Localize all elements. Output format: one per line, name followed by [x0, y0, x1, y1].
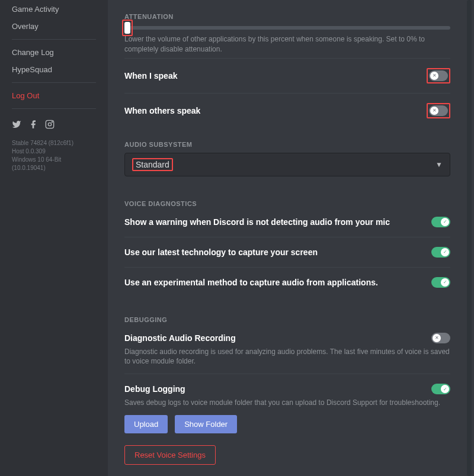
toggle-mic-warning[interactable]: ✓ [431, 217, 450, 227]
instagram-icon[interactable] [45, 120, 55, 131]
when-others-speak-label: When others speak [124, 106, 200, 115]
row-when-others-speak: When others speak ✕ [124, 93, 450, 128]
debug-logging-desc: Saves debug logs to voice module folder … [124, 398, 450, 408]
attenuation-label: ATTENUATION [124, 13, 450, 20]
check-icon: ✓ [441, 218, 449, 226]
audio-subsystem-label: AUDIO SUBSYSTEM [124, 141, 450, 148]
toggle-audio-capture[interactable]: ✓ [431, 277, 450, 288]
sidebar-item-logout[interactable]: Log Out [6, 88, 102, 104]
audio-subsystem-select[interactable]: Standard ▼ [124, 153, 450, 176]
toggle-screen-capture[interactable]: ✓ [431, 247, 450, 258]
facebook-icon[interactable] [28, 120, 38, 131]
toggle-debug-logging[interactable]: ✓ [431, 384, 450, 394]
svg-point-2 [52, 121, 52, 122]
row-when-i-speak: When I speak ✕ [124, 58, 450, 93]
screen-capture-label: Use our latest technology to capture you… [124, 247, 318, 257]
attenuation-slider[interactable] [124, 26, 450, 30]
sidebar-item-game-activity[interactable]: Game Activity [6, 1, 102, 17]
svg-point-1 [48, 123, 51, 126]
diag-recording-label: Diagnostic Audio Recording [124, 333, 236, 343]
debug-buttons: Upload Show Folder [124, 415, 450, 433]
x-icon: ✕ [430, 107, 438, 115]
reset-voice-settings-button[interactable]: Reset Voice Settings [124, 445, 216, 465]
sidebar-item-hypesquad[interactable]: HypeSquad [6, 62, 102, 78]
audio-subsystem-value: Standard [132, 158, 173, 171]
toggle-diag-recording[interactable]: ✕ [431, 333, 450, 343]
debug-logging-label: Debug Logging [124, 384, 185, 394]
divider [12, 39, 96, 40]
x-icon: ✕ [433, 334, 441, 342]
attenuation-desc: Lower the volume of other applications b… [124, 34, 450, 54]
check-icon: ✓ [441, 278, 449, 287]
divider [12, 82, 96, 83]
voice-diagnostics-label: VOICE DIAGNOSTICS [124, 200, 450, 207]
when-i-speak-label: When I speak [124, 71, 177, 81]
sidebar-item-change-log[interactable]: Change Log [6, 44, 102, 60]
check-icon: ✓ [441, 385, 449, 393]
mic-warning-label: Show a warning when Discord is not detec… [124, 217, 390, 227]
diag-recording-desc: Diagnostic audio recording is used for a… [124, 347, 450, 367]
version-info: Stable 74824 (812c6f1) Host 0.0.309 Wind… [6, 137, 102, 175]
toggle-when-others-speak[interactable]: ✕ [429, 105, 448, 116]
show-folder-button[interactable]: Show Folder [175, 415, 237, 433]
sidebar-item-overlay[interactable]: Overlay [6, 18, 102, 34]
row-audio-capture: Use an experimental method to capture au… [124, 267, 450, 297]
chevron-down-icon: ▼ [435, 160, 443, 169]
row-screen-capture: Use our latest technology to capture you… [124, 237, 450, 267]
upload-button[interactable]: Upload [124, 415, 168, 433]
settings-main: ATTENUATION Lower the volume of other ap… [108, 0, 474, 476]
toggle-when-i-speak[interactable]: ✕ [429, 70, 448, 81]
debugging-label: DEBUGGING [124, 316, 450, 323]
scrollbar[interactable] [467, 0, 472, 476]
check-icon: ✓ [441, 248, 449, 256]
slider-thumb[interactable] [124, 22, 130, 34]
row-mic-warning: Show a warning when Discord is not detec… [124, 212, 450, 237]
divider [12, 108, 96, 109]
social-links [6, 114, 102, 137]
audio-capture-label: Use an experimental method to capture au… [124, 278, 378, 287]
x-icon: ✕ [430, 72, 438, 80]
settings-sidebar: Game Activity Overlay Change Log HypeSqu… [0, 0, 108, 476]
twitter-icon[interactable] [12, 120, 21, 131]
